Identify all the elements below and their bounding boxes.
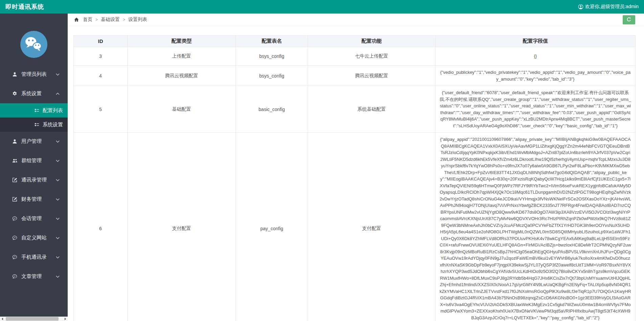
config-row: 4腾讯云视频配置bsys_config腾讯云视频配置{"vedio_public… (74, 66, 636, 86)
sidebar-subitem-label: 配置列表 (43, 107, 68, 114)
sidebar-subitem-config-list[interactable]: 配置列表 (0, 103, 68, 117)
chevron-down-icon (56, 140, 60, 143)
table-header-row: ID配置类型配置表名配置功能配置字段值 (74, 36, 636, 47)
scrollbar-thumb[interactable] (6, 317, 59, 321)
chevron-up-icon (56, 92, 60, 95)
list-icon (35, 108, 40, 113)
chevron-down-icon (56, 217, 60, 220)
cell-table-name: basic_config (236, 86, 308, 133)
cell-config-value: {"vedio_publickey":"1","vedio_privatekey… (436, 66, 636, 86)
sidebar-menu: 管理员列表系统设置配置列表系统设置用户管理群组管理通讯录管理财务管理会话管理自定… (0, 65, 68, 286)
chevron-down-icon (56, 237, 60, 239)
sidebar-item-label: 管理员列表 (21, 71, 56, 78)
chevron-down-icon (56, 275, 60, 278)
chevron-down-icon (56, 73, 60, 76)
sidebar-item-session-mgmt[interactable]: 会话管理 (0, 209, 68, 228)
sidebar-item-admin-list[interactable]: 管理员列表 (0, 65, 68, 84)
column-header: 配置功能 (308, 36, 436, 47)
chevron-down-icon (56, 256, 60, 259)
breadcrumb-settings-list[interactable]: 设置列表 (128, 17, 147, 23)
user-icon (12, 139, 19, 144)
table-body: 3上传配置bsys_config七牛云上传配置{}4腾讯云视频配置bsys_co… (74, 47, 636, 321)
chevron-down-icon (56, 159, 60, 162)
sidebar-item-label: 通讯录管理 (21, 177, 56, 183)
breadcrumb-separator: > (95, 17, 98, 22)
home-icon (74, 17, 79, 22)
cell-table-name: pay_config (236, 133, 308, 321)
cell-table-name: bsys_config (236, 66, 308, 86)
comment-icon (12, 216, 19, 221)
sidebar-item-custom-website[interactable]: 自定义网站 (0, 228, 68, 248)
breadcrumb-base-settings[interactable]: 基础设置 (101, 17, 120, 23)
comment-icon (12, 274, 19, 279)
cell-id: 5 (74, 86, 128, 133)
sidebar-subitem-system-setup[interactable]: 系统设置 (0, 117, 68, 132)
sidebar-item-contacts-mgmt[interactable]: 通讯录管理 (0, 170, 68, 190)
cell-id: 3 (74, 47, 128, 66)
gear-icon (12, 91, 19, 96)
sidebar-item-finance-mgmt[interactable]: 财务管理 (0, 190, 68, 209)
sidebar-item-label: 系统设置 (21, 90, 56, 97)
column-header: 配置字段值 (436, 36, 636, 47)
sidebar-item-label: 财务管理 (21, 196, 56, 202)
cell-config-type: 腾讯云视频配置 (128, 66, 236, 86)
cell-config-value: {} (436, 47, 636, 66)
sidebar-item-user-mgmt[interactable]: 用户管理 (0, 132, 68, 151)
scrollbar-track[interactable] (5, 317, 63, 321)
list-icon (35, 122, 40, 127)
sidebar-item-label: 手机通讯录 (21, 254, 56, 260)
config-row: 6支付配置pay_config支付配置{"alipay_appid":"2021… (74, 133, 636, 321)
column-header: 配置类型 (128, 36, 236, 47)
chevron-down-icon (56, 198, 60, 201)
cell-config-type: 上传配置 (128, 47, 236, 66)
cell-config-type: 基础配置 (128, 86, 236, 133)
sidebar-item-article-mgmt[interactable]: 文章管理 (0, 267, 68, 286)
sidebar-item-system-settings[interactable]: 系统设置 (0, 84, 68, 103)
refresh-button[interactable] (623, 15, 635, 24)
sidebar-horizontal-scrollbar[interactable] (0, 317, 68, 321)
sidebar-item-phone-contacts[interactable]: 手机通讯录 (0, 248, 68, 267)
sidebar-item-label: 群组管理 (21, 157, 56, 164)
submenu-system-settings: 配置列表系统设置 (0, 103, 68, 132)
config-row: 5基础配置basic_config系统基础配置{"user_default_fr… (74, 86, 636, 133)
breadcrumb-bar: 首页 > 基础设置 > 设置列表 (68, 14, 644, 26)
breadcrumb-separator: > (123, 17, 125, 22)
comment-icon (12, 255, 19, 260)
users-icon (12, 158, 19, 163)
config-row: 3上传配置bsys_config七牛云上传配置{} (74, 47, 636, 66)
breadcrumb: 首页 > 基础设置 > 设置列表 (74, 17, 147, 23)
wechat-logo-icon (20, 30, 48, 58)
welcome-text: 欢迎你,超级管理员:admin (585, 4, 639, 10)
sidebar-item-label: 文章管理 (21, 273, 56, 280)
column-header: 配置表名 (236, 36, 308, 47)
column-header: ID (74, 36, 128, 47)
app-title: 即时通讯系统 (5, 3, 44, 11)
app-logo (0, 30, 68, 58)
breadcrumb-home[interactable]: 首页 (83, 17, 92, 23)
sidebar-item-label: 会话管理 (21, 215, 56, 222)
edit-icon (12, 197, 19, 202)
cell-config-value: {"alipay_appid":"2021001109607866","alip… (436, 133, 636, 321)
main-content: 首页 > 基础设置 > 设置列表 ID配置类型配置表名配置功能配置字段值 3上传… (68, 0, 644, 321)
sidebar: 管理员列表系统设置配置列表系统设置用户管理群组管理通讯录管理财务管理会话管理自定… (0, 14, 68, 321)
cell-config-value: {"user_default_friend":"6078","user_defa… (436, 86, 636, 133)
welcome-user[interactable]: 欢迎你,超级管理员:admin (578, 4, 639, 10)
sidebar-item-label: 用户管理 (21, 138, 56, 145)
cell-config-function: 腾讯云视频配置 (308, 66, 436, 86)
user-icon (12, 72, 19, 77)
top-header: 即时通讯系统 欢迎你,超级管理员:admin (0, 0, 644, 14)
scrollbar-right-arrow-icon[interactable] (63, 317, 68, 321)
sidebar-item-group-mgmt[interactable]: 群组管理 (0, 151, 68, 170)
cell-config-type: 支付配置 (128, 133, 236, 321)
scrollbar-left-arrow-icon[interactable] (0, 317, 5, 321)
edit-icon (12, 177, 19, 183)
chevron-down-icon (56, 179, 60, 181)
refresh-icon (626, 17, 631, 23)
cell-id: 4 (74, 66, 128, 86)
cell-config-function: 七牛云上传配置 (308, 47, 436, 66)
cell-config-function: 支付配置 (308, 133, 436, 321)
sidebar-subitem-label: 系统设置 (43, 122, 68, 128)
config-table: ID配置类型配置表名配置功能配置字段值 3上传配置bsys_config七牛云上… (73, 35, 636, 321)
comment-icon (12, 235, 19, 240)
cell-id: 6 (74, 133, 128, 321)
